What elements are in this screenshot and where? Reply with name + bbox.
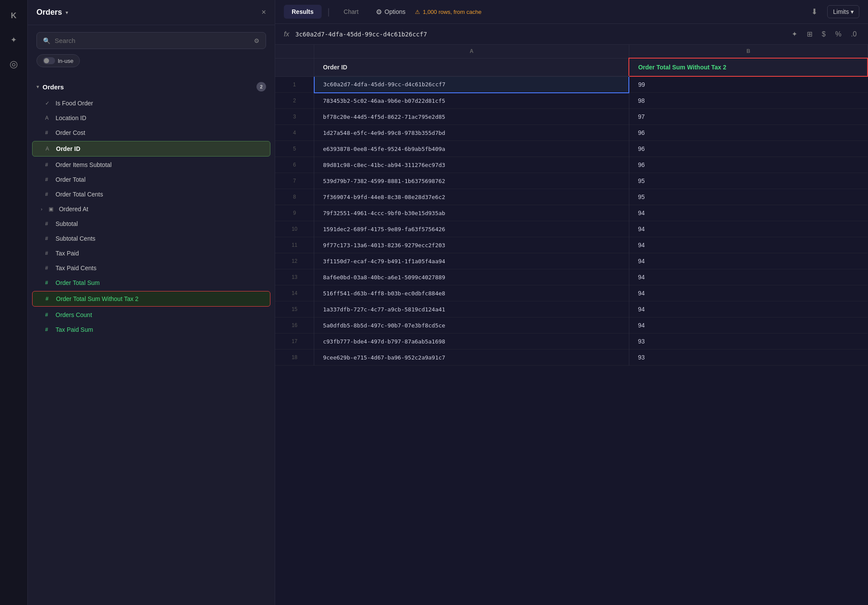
cell-value: 94 [629,221,868,237]
main-content: Results | Chart ⚙ Options ⚠ 1,000 rows, … [275,0,868,605]
row-number: 6 [275,157,314,173]
cell-order-id[interactable]: 9cee629b-e715-4d67-ba96-952c2a9a91c7 [314,350,629,366]
sparkle-icon[interactable]: ✦ [5,31,23,49]
col-a-letter: A [314,45,629,58]
table-row: 7539d79b7-7382-4599-8881-1b637569876295 [275,173,868,189]
sidebar-item-label: Subtotal [56,220,78,227]
sidebar-item-orders-count[interactable]: # Orders Count [28,307,275,322]
text-type-icon: A [45,115,51,121]
number-type-icon: # [45,327,51,333]
row-number-header [275,45,314,58]
formula-sparkle-icon[interactable]: ✦ [789,28,800,40]
sidebar-item-tax-paid-sum[interactable]: # Tax Paid Sum [28,322,275,337]
title-dropdown-icon[interactable]: ▾ [66,10,68,16]
cell-order-id[interactable]: 9f77c173-13a6-4013-8236-9279ecc2f203 [314,237,629,253]
row-number: 16 [275,317,314,334]
cell-order-id[interactable]: 3f1150d7-ecaf-4c79-b491-1f1a05f4aa94 [314,253,629,269]
in-use-button[interactable]: In-use [36,54,80,67]
sliders-icon: ⚙ [376,8,382,16]
table-row: 5e6393878-0ee8-45fe-9524-6b9ab5fb409a96 [275,141,868,157]
cell-order-id[interactable]: 783453b2-5c02-46aa-9b6e-b07d22d81cf5 [314,93,629,109]
sidebar-item-subtotal-cents[interactable]: # Subtotal Cents [28,231,275,246]
cell-order-id[interactable]: bf78c20e-44d5-4f5d-8622-71ac795e2d85 [314,109,629,125]
cell-order-id[interactable]: 1a337dfb-727c-4c77-a9cb-5819cd124a41 [314,301,629,317]
col-a-header[interactable]: Order ID [314,58,629,76]
orders-section-header[interactable]: ▾ Orders 2 [28,78,275,96]
tab-results[interactable]: Results [284,5,322,19]
sidebar-title: Orders [36,8,62,17]
cell-order-id[interactable]: 516ff541-d63b-4ff8-b03b-ec0dbfc884e8 [314,285,629,301]
row-number: 14 [275,285,314,301]
formula-text: 3c60a2d7-4dfa-45dd-99cc-d4c61b26ccf7 [295,31,783,38]
formula-split-icon[interactable]: ⊞ [804,28,815,40]
sidebar-item-is-food-order[interactable]: ✓ Is Food Order [28,96,275,111]
col-b-header[interactable]: Order Total Sum Without Tax 2 [629,58,868,76]
cell-value: 96 [629,125,868,141]
sidebar-item-label: Order ID [56,145,80,152]
sidebar-item-location-id[interactable]: A Location ID [28,111,275,125]
data-table: A B Order ID Order Total Sum Without Tax… [275,45,868,366]
search-box[interactable]: 🔍 ⚙ [36,32,266,49]
cell-order-id[interactable]: 5a0dfdb5-8b5d-497c-90b7-07e3bf8cd5ce [314,317,629,334]
filter-icon[interactable]: ⚙ [254,37,260,44]
formula-percent-icon[interactable]: % [832,29,844,40]
toggle-icon [43,57,55,64]
sidebar-item-label: Location ID [56,114,86,121]
user-circle-icon[interactable]: ◎ [5,56,23,73]
table-row: 165a0dfdb5-8b5d-497c-90b7-07e3bf8cd5ce94 [275,317,868,334]
cell-value: 96 [629,141,868,157]
limits-button[interactable]: Limits ▾ [827,5,859,18]
sidebar-item-label: Orders Count [56,311,92,318]
cell-order-id[interactable]: 7f369074-b9fd-44e8-8c38-08e28d37e6c2 [314,189,629,205]
sidebar-item-label: Is Food Order [56,100,93,107]
sidebar-item-ordered-at[interactable]: › ▣ Ordered At [28,202,275,216]
download-button[interactable]: ⬇ [807,4,822,19]
cell-value: 93 [629,334,868,350]
sidebar-item-order-id[interactable]: A Order ID [32,141,270,157]
warning-icon: ⚠ [415,9,420,15]
cell-order-id[interactable]: 1591dec2-689f-4175-9e89-fa63f5756426 [314,221,629,237]
close-sidebar-button[interactable]: × [261,8,266,17]
sidebar-header: Orders ▾ × [28,0,275,25]
options-button[interactable]: ⚙ Options [372,5,410,19]
sidebar-item-order-total-cents[interactable]: # Order Total Cents [28,187,275,202]
sidebar-item-label: Ordered At [59,206,89,213]
cell-order-id[interactable]: 79f32551-4961-4ccc-9bf0-b30e15d935ab [314,205,629,221]
cell-order-id[interactable]: 89d81c98-c8ec-41bc-ab94-311276ec97d3 [314,157,629,173]
sidebar-item-subtotal[interactable]: # Subtotal [28,216,275,231]
formula-dollar-icon[interactable]: $ [819,29,829,40]
cell-value: 94 [629,317,868,334]
limits-label: Limits [833,8,849,15]
sidebar-item-order-total-sum-without-tax-2[interactable]: # Order Total Sum Without Tax 2 [32,291,270,307]
tab-chart[interactable]: Chart [336,5,366,19]
cell-order-id[interactable]: e6393878-0ee8-45fe-9524-6b9ab5fb409a [314,141,629,157]
number-type-icon: # [45,177,51,183]
table-row: 3bf78c20e-44d5-4f5d-8622-71ac795e2d8597 [275,109,868,125]
cell-order-id[interactable]: 3c60a2d7-4dfa-45dd-99cc-d4c61b26ccf7 [314,76,629,93]
sidebar-item-order-total[interactable]: # Order Total [28,172,275,187]
formula-decimal-icon[interactable]: .0 [848,29,859,40]
search-input[interactable] [55,37,250,44]
app-logo-icon[interactable]: K [5,7,23,24]
cell-order-id[interactable]: c93fb777-bde4-497d-b797-87a6ab5a1698 [314,334,629,350]
sidebar-item-order-total-sum[interactable]: # Order Total Sum [28,275,275,290]
in-use-label: In-use [58,58,73,64]
sidebar-item-tax-paid-cents[interactable]: # Tax Paid Cents [28,261,275,275]
cell-value: 94 [629,269,868,285]
cell-value: 94 [629,205,868,221]
chevron-right-icon: › [41,206,43,212]
cell-order-id[interactable]: 1d27a548-e5fc-4e9d-99c8-9783b355d7bd [314,125,629,141]
sidebar-item-label: Order Total [56,176,85,183]
row-number: 15 [275,301,314,317]
cell-order-id[interactable]: 539d79b7-7382-4599-8881-1b6375698762 [314,173,629,189]
cell-order-id[interactable]: 8af6e0bd-03a8-40bc-a6e1-5099c4027889 [314,269,629,285]
sidebar-item-order-items-subtotal[interactable]: # Order Items Subtotal [28,157,275,172]
row-number: 9 [275,205,314,221]
cell-value: 99 [629,76,868,93]
fx-label: fx [284,30,289,38]
sidebar-item-tax-paid[interactable]: # Tax Paid [28,246,275,261]
section-name: Orders [43,83,64,91]
table-row: 151a337dfb-727c-4c77-a9cb-5819cd124a4194 [275,301,868,317]
number-type-icon: # [45,130,51,136]
sidebar-item-order-cost[interactable]: # Order Cost [28,125,275,140]
